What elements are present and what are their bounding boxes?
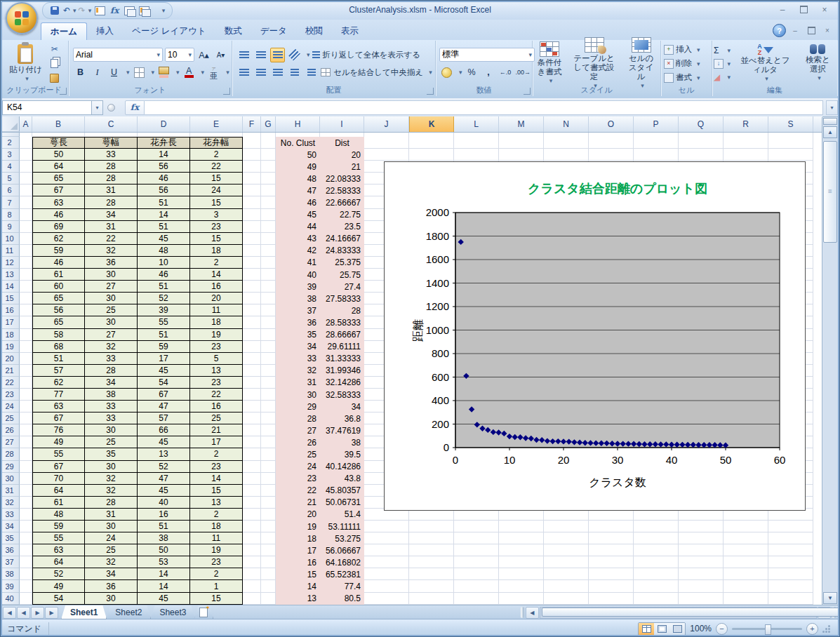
cell-D26[interactable]: 66	[138, 424, 190, 436]
cell-G6[interactable]	[261, 185, 276, 196]
row-header-35[interactable]: 35	[0, 532, 20, 544]
cell-I20[interactable]: 31.33333	[320, 353, 364, 365]
horizontal-scroll-thumb[interactable]	[542, 608, 840, 617]
cell-I28[interactable]: 39.5	[320, 448, 364, 460]
cell-H26[interactable]: 27	[276, 424, 320, 436]
cell-E38[interactable]: 2	[190, 568, 243, 580]
row-header-38[interactable]: 38	[0, 568, 20, 580]
cell-E12[interactable]: 2	[190, 257, 243, 269]
cell-O34[interactable]	[589, 521, 634, 532]
cell-G14[interactable]	[261, 281, 276, 293]
cell-E3[interactable]: 2	[190, 149, 243, 161]
cell-I21[interactable]: 31.99346	[320, 365, 364, 377]
cell-A10[interactable]	[20, 233, 32, 245]
column-header-P[interactable]: P	[634, 116, 679, 132]
cell-A6[interactable]	[20, 185, 32, 196]
cell-D32[interactable]: 40	[138, 497, 190, 509]
page-layout-view-button[interactable]	[654, 623, 669, 635]
cell-E19[interactable]: 23	[190, 341, 243, 353]
cell-E27[interactable]: 17	[190, 436, 243, 448]
cell-I26[interactable]: 37.47619	[320, 424, 364, 436]
cell-I34[interactable]: 53.11111	[320, 521, 364, 532]
cell-C37[interactable]: 32	[85, 556, 138, 568]
decrease-indent-button[interactable]	[287, 65, 302, 80]
cell-R40[interactable]	[724, 593, 768, 605]
orientation-dropdown[interactable]: ▾	[304, 51, 310, 58]
cell-A33[interactable]	[20, 509, 32, 521]
cell-E15[interactable]: 20	[190, 293, 243, 304]
cell-E40[interactable]: 15	[190, 593, 243, 605]
cell-A38[interactable]	[20, 568, 32, 580]
cell-E9[interactable]: 23	[190, 221, 243, 233]
accounting-dropdown[interactable]: ▾	[456, 69, 462, 76]
cell-C33[interactable]: 31	[85, 509, 138, 521]
doc-restore-button[interactable]	[804, 25, 818, 36]
cell-F21[interactable]	[243, 365, 261, 377]
cell-J36[interactable]	[364, 544, 409, 556]
cell-C3[interactable]: 33	[85, 149, 138, 161]
fill-dropdown[interactable]: ▾	[724, 60, 731, 67]
tab-scrollbar-splitter[interactable]	[521, 607, 524, 618]
cell-G26[interactable]	[261, 424, 276, 436]
first-sheet-button[interactable]: ◀	[3, 607, 16, 619]
row-header-34[interactable]: 34	[0, 521, 20, 532]
scroll-left-button[interactable]: ◀	[526, 607, 539, 619]
cell-R34[interactable]	[724, 521, 768, 532]
cell-D5[interactable]: 46	[138, 173, 190, 185]
row-header-5[interactable]: 5	[0, 173, 20, 185]
cell-I30[interactable]: 43.8	[320, 473, 364, 485]
row-header-27[interactable]: 27	[0, 436, 20, 448]
fill-button[interactable]: ↓▾	[714, 58, 731, 69]
cell-H39[interactable]: 14	[276, 580, 320, 592]
cell-G15[interactable]	[261, 293, 276, 304]
cell-G40[interactable]	[261, 593, 276, 605]
cell-G16[interactable]	[261, 304, 276, 316]
paste-button[interactable]: 貼り付け ▾	[6, 43, 45, 85]
row-header-14[interactable]: 14	[0, 281, 20, 293]
cell-G3[interactable]	[261, 149, 276, 161]
cell-D39[interactable]: 14	[138, 580, 190, 592]
cell-I32[interactable]: 50.06731	[320, 497, 364, 509]
cell-I27[interactable]: 38	[320, 436, 364, 448]
number-format-dropdown[interactable]: ▾	[526, 51, 532, 58]
cell-E39[interactable]: 1	[190, 580, 243, 592]
column-header-H[interactable]: H	[276, 116, 320, 132]
cell-J3[interactable]	[364, 149, 409, 161]
insert-cells-button[interactable]: +挿入▾	[661, 43, 700, 56]
cell-E35[interactable]: 11	[190, 532, 243, 544]
cell-I14[interactable]: 27.4	[320, 281, 364, 293]
cell-I12[interactable]: 25.375	[320, 257, 364, 269]
cell-H16[interactable]: 37	[276, 304, 320, 316]
sheet-tab-Sheet3[interactable]: Sheet3	[150, 605, 195, 619]
row-header-24[interactable]: 24	[0, 401, 20, 413]
resize-grip[interactable]	[822, 625, 830, 633]
cell-S3[interactable]	[768, 149, 813, 161]
cell-E11[interactable]: 18	[190, 245, 243, 257]
cell-A32[interactable]	[20, 497, 32, 509]
cell-D6[interactable]: 56	[138, 185, 190, 196]
cell-K36[interactable]	[409, 544, 454, 556]
normal-view-button[interactable]	[639, 623, 654, 635]
cell-A24[interactable]	[20, 401, 32, 413]
delete-cells-button[interactable]: ×削除▾	[661, 57, 700, 70]
cell-N40[interactable]	[544, 593, 589, 605]
cell-B40[interactable]: 54	[32, 593, 85, 605]
cell-M37[interactable]	[499, 556, 544, 568]
format-cells-button[interactable]: 書式▾	[661, 71, 700, 84]
cell-I23[interactable]: 32.58333	[320, 389, 364, 401]
cell-M34[interactable]	[499, 521, 544, 532]
cell-A5[interactable]	[20, 173, 32, 185]
cell-I19[interactable]: 29.61111	[320, 341, 364, 353]
cell-G37[interactable]	[261, 556, 276, 568]
cell-O36[interactable]	[589, 544, 634, 556]
cell-G10[interactable]	[261, 233, 276, 245]
cell-I7[interactable]: 22.66667	[320, 196, 364, 208]
cell-D38[interactable]: 14	[138, 568, 190, 580]
cell-F10[interactable]	[243, 233, 261, 245]
cell-Q2[interactable]	[679, 137, 724, 149]
cell-B31[interactable]: 64	[32, 485, 85, 497]
cell-D18[interactable]: 51	[138, 329, 190, 341]
font-name-dropdown[interactable]: ▾	[154, 51, 160, 58]
cell-N37[interactable]	[544, 556, 589, 568]
cell-N35[interactable]	[544, 532, 589, 544]
